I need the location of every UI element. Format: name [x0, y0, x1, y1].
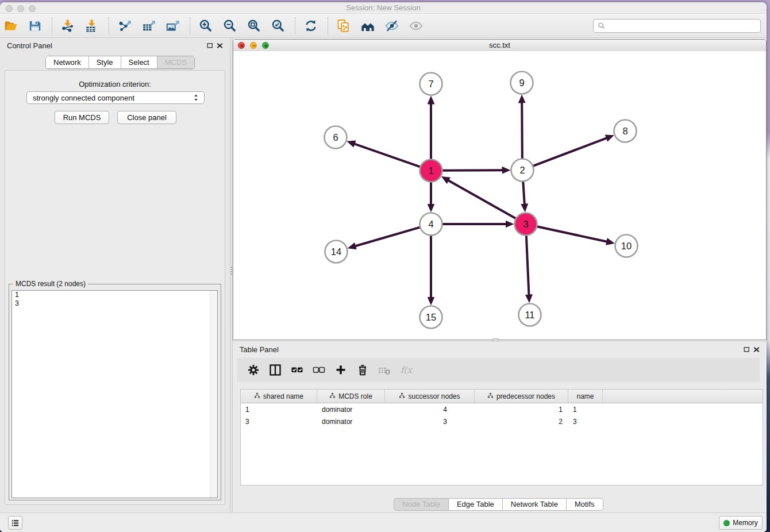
table-cell[interactable]: 3 — [241, 418, 317, 426]
task-history-button[interactable] — [8, 516, 22, 530]
graph-edge-1-6[interactable] — [354, 144, 420, 167]
delete-column-icon[interactable] — [356, 363, 369, 377]
graph-node-3[interactable]: 3 — [515, 213, 537, 236]
table-cell[interactable]: 3 — [385, 418, 475, 426]
export-image-icon[interactable] — [165, 18, 180, 33]
add-column-icon[interactable] — [334, 363, 348, 377]
mcds-buttons-row: Run MCDS Close panel — [5, 111, 225, 124]
zoom-in-icon[interactable] — [198, 18, 213, 33]
hide-selected-icon[interactable] — [384, 18, 399, 33]
toolbar-separator — [328, 17, 328, 34]
export-network-icon[interactable] — [117, 18, 132, 33]
column-header-predecessor-nodes[interactable]: predecessor nodes — [475, 390, 568, 403]
search-box[interactable] — [593, 19, 761, 33]
graph-node-10[interactable]: 10 — [615, 235, 638, 257]
column-label: name — [576, 392, 594, 400]
import-network-icon[interactable] — [60, 18, 75, 33]
graph-node-15[interactable]: 15 — [420, 306, 442, 329]
optimization-criterion-label: Optimization criterion: — [5, 80, 225, 88]
table-cell[interactable]: 1 — [475, 406, 568, 414]
graph-node-2[interactable]: 2 — [511, 159, 534, 182]
graph-node-7[interactable]: 7 — [420, 73, 442, 95]
graph-node-1[interactable]: 1 — [420, 160, 442, 182]
mcds-result-line: 3 — [12, 299, 217, 308]
search-input[interactable] — [609, 20, 760, 32]
column-settings-icon[interactable] — [247, 363, 260, 377]
tab-motifs[interactable]: Motifs — [567, 498, 603, 511]
main-toolbar — [0, 13, 767, 38]
table-cell[interactable]: 1 — [568, 406, 603, 414]
split-panel-icon[interactable] — [268, 363, 282, 377]
zoom-selected-icon[interactable] — [271, 18, 286, 33]
graph-node-9[interactable]: 9 — [511, 72, 533, 94]
graph-node-4[interactable]: 4 — [420, 213, 442, 236]
zoom-out-icon[interactable] — [222, 18, 237, 33]
graph-edge-2-9[interactable] — [522, 102, 522, 159]
table-cell[interactable]: 3 — [568, 418, 603, 426]
open-session-icon[interactable] — [3, 18, 18, 33]
apply-layout-icon[interactable] — [303, 18, 318, 33]
graph-edge-3-10[interactable] — [537, 226, 607, 242]
column-header-successor-nodes[interactable]: successor nodes — [385, 390, 475, 403]
network-canvas[interactable]: 7968124314101511 — [233, 51, 766, 340]
graph-node-label: 15 — [426, 312, 436, 322]
graph-edge-3-1[interactable] — [448, 180, 516, 218]
tab-edge-table[interactable]: Edge Table — [449, 498, 503, 511]
float-panel-icon[interactable] — [206, 42, 214, 49]
svg-text:f(x): f(x) — [401, 365, 413, 375]
select-all-icon[interactable] — [290, 363, 304, 377]
save-session-icon[interactable] — [28, 18, 43, 33]
graph-node-label: 9 — [519, 78, 524, 88]
table-row[interactable]: 3dominator323 — [241, 415, 763, 427]
first-neighbors-icon[interactable] — [360, 18, 375, 33]
tab-select[interactable]: Select — [121, 56, 157, 68]
tab-network-table[interactable]: Network Table — [503, 498, 567, 511]
graph-edge-3-11[interactable] — [526, 236, 529, 295]
clear-selection-icon[interactable] — [312, 363, 326, 377]
table-tabs: Node TableEdge TableNetwork TableMotifs — [233, 498, 764, 511]
table-cell[interactable]: dominator — [317, 406, 385, 414]
run-mcds-button[interactable]: Run MCDS — [55, 111, 109, 124]
graph-edge-4-14[interactable] — [355, 228, 420, 246]
tab-node-table[interactable]: Node Table — [394, 498, 449, 511]
graph-edge-2-3[interactable] — [523, 182, 525, 205]
export-table-icon[interactable] — [141, 18, 156, 33]
mcds-result-scrollbar[interactable] — [210, 291, 217, 498]
tab-network[interactable]: Network — [46, 56, 89, 68]
tab-style[interactable]: Style — [89, 56, 121, 68]
mcds-result-list[interactable]: 13 — [11, 290, 218, 498]
criterion-select[interactable]: strongly connected component — [26, 91, 205, 104]
network-view-window: scc.txt 7968124314101511 — [233, 39, 767, 340]
memory-button[interactable]: Memory — [719, 516, 763, 530]
graph-node-14[interactable]: 14 — [325, 241, 348, 263]
column-header-MCDS-role[interactable]: MCDS role — [317, 390, 385, 403]
graph-node-8[interactable]: 8 — [614, 120, 637, 142]
graph-node-6[interactable]: 6 — [325, 126, 347, 149]
column-label: predecessor nodes — [496, 392, 555, 400]
close-table-panel-icon[interactable] — [753, 346, 760, 353]
control-panel-title: Control Panel — [7, 41, 52, 50]
tab-mcds[interactable]: MCDS — [157, 56, 194, 68]
mcds-result-fieldset: MCDS result (2 nodes) 13 — [9, 284, 221, 500]
graph-edge-2-8[interactable] — [533, 138, 607, 166]
table-row[interactable]: 1dominator411 — [241, 403, 763, 415]
graph-node-label: 6 — [333, 132, 338, 142]
duplicate-network-icon[interactable] — [336, 18, 351, 33]
close-panel-icon[interactable] — [216, 42, 224, 49]
mcds-result-title: MCDS result (2 nodes) — [13, 280, 88, 288]
graph-node-label: 2 — [519, 165, 525, 175]
column-header-shared-name[interactable]: shared name — [241, 390, 317, 403]
float-table-panel-icon[interactable] — [743, 346, 750, 353]
graph-node-label: 1 — [428, 165, 433, 176]
table-cell[interactable]: dominator — [317, 418, 385, 426]
column-label: shared name — [263, 392, 303, 400]
table-cell[interactable]: 1 — [241, 406, 317, 414]
table-cell[interactable]: 2 — [475, 418, 568, 426]
import-table-icon[interactable] — [84, 18, 99, 33]
column-header-name[interactable]: name — [568, 390, 603, 403]
graph-node-11[interactable]: 11 — [519, 304, 541, 326]
zoom-fit-icon[interactable] — [247, 18, 261, 33]
close-panel-button[interactable]: Close panel — [117, 111, 176, 124]
graph-edge-1-2[interactable] — [442, 170, 503, 171]
table-cell[interactable]: 4 — [385, 406, 475, 414]
